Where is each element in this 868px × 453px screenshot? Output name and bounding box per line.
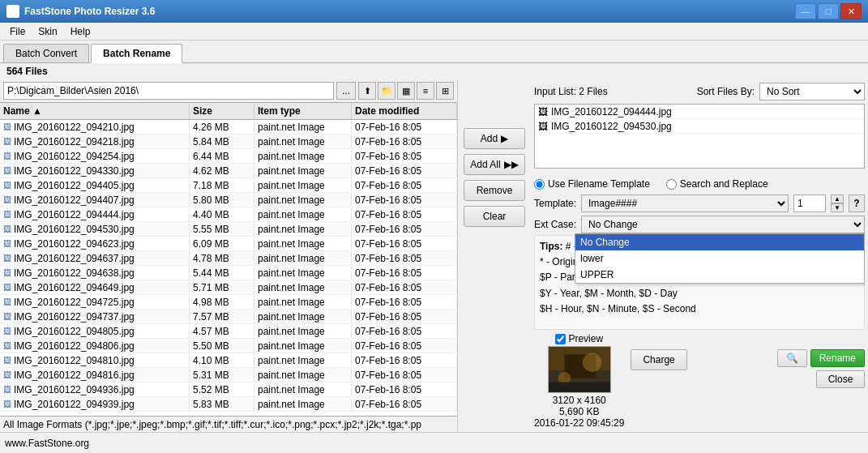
- path-bar: ... ⬆ 📁 ▦ ≡ ⊞: [0, 79, 457, 102]
- file-date: 07-Feb-16 8:05: [352, 194, 457, 207]
- search-icon: 🔍: [786, 353, 798, 364]
- col-size[interactable]: Size: [190, 103, 254, 119]
- file-name: IMG_20160122_094810.jpg: [14, 355, 135, 366]
- template-label: Template:: [534, 198, 576, 209]
- col-type[interactable]: Item type: [254, 103, 352, 119]
- menu-file[interactable]: File: [3, 24, 32, 39]
- file-row[interactable]: 🖼IMG_20160122_094649.jpg 5.71 MB paint.n…: [0, 280, 457, 295]
- file-icon: 🖼: [3, 122, 11, 131]
- input-file-row[interactable]: 🖼IMG_20160122_094530.jpg: [535, 119, 864, 134]
- sort-select[interactable]: No Sort Name Size Date: [759, 83, 865, 100]
- file-list-body[interactable]: 🖼IMG_20160122_094210.jpg 4.26 MB paint.n…: [0, 120, 457, 416]
- file-size: 4.78 MB: [190, 252, 254, 265]
- file-icon: 🖼: [3, 283, 11, 292]
- file-row[interactable]: 🖼IMG_20160122_094218.jpg 5.84 MB paint.n…: [0, 135, 457, 149]
- folder-icon-btn[interactable]: 📁: [378, 82, 396, 100]
- minimize-button[interactable]: —: [795, 3, 816, 19]
- preview-checkbox[interactable]: [555, 334, 566, 344]
- extcase-option-lower[interactable]: lower: [575, 250, 864, 267]
- file-name: IMG_20160122_094725.jpg: [14, 297, 135, 308]
- input-file-name: IMG_20160122_094444.jpg: [551, 106, 672, 118]
- remove-button[interactable]: Remove: [464, 180, 525, 201]
- template-input[interactable]: Image####: [581, 194, 789, 212]
- file-row[interactable]: 🖼IMG_20160122_094806.jpg 5.50 MB paint.n…: [0, 339, 457, 353]
- input-list-header: Input List: 2 Files Sort Files By: No So…: [534, 83, 865, 100]
- preview-checkbox-label[interactable]: Preview: [555, 333, 603, 344]
- file-row[interactable]: 🖼IMG_20160122_094637.jpg 4.78 MB paint.n…: [0, 251, 457, 266]
- file-row[interactable]: 🖼IMG_20160122_094330.jpg 4.62 MB paint.n…: [0, 164, 457, 178]
- clear-button[interactable]: Clear: [464, 206, 525, 227]
- file-date: 07-Feb-16 8:05: [352, 252, 457, 265]
- file-row[interactable]: 🖼IMG_20160122_094737.jpg 7.57 MB paint.n…: [0, 310, 457, 324]
- grid-view-btn[interactable]: ▦: [397, 82, 415, 100]
- file-row[interactable]: 🖼IMG_20160122_094444.jpg 4.40 MB paint.n…: [0, 207, 457, 222]
- svg-rect-5: [549, 382, 610, 393]
- close-button[interactable]: Close: [816, 370, 865, 388]
- file-row[interactable]: 🖼IMG_20160122_094805.jpg 4.57 MB paint.n…: [0, 324, 457, 339]
- file-row[interactable]: 🖼IMG_20160122_094210.jpg 4.26 MB paint.n…: [0, 120, 457, 135]
- file-row[interactable]: 🖼IMG_20160122_094939.jpg 5.83 MB paint.n…: [0, 397, 457, 412]
- file-row[interactable]: 🖼IMG_20160122_094810.jpg 4.10 MB paint.n…: [0, 353, 457, 368]
- add-button[interactable]: Add ▶: [464, 128, 525, 149]
- file-row[interactable]: 🖼IMG_20160122_094530.jpg 5.55 MB paint.n…: [0, 222, 457, 237]
- path-input[interactable]: [3, 82, 334, 100]
- extcase-option-nochange[interactable]: No Change: [575, 234, 864, 250]
- search-button[interactable]: 🔍: [777, 349, 807, 367]
- tab-batch-rename[interactable]: Batch Rename: [91, 44, 182, 63]
- file-row[interactable]: 🖼IMG_20160122_094725.jpg 4.98 MB paint.n…: [0, 295, 457, 310]
- col-name[interactable]: Name ▲: [0, 103, 190, 119]
- window-title: FastStone Photo Resizer 3.6: [24, 6, 795, 17]
- input-file-row[interactable]: 🖼IMG_20160122_094444.jpg: [535, 105, 864, 119]
- middle-buttons-panel: Add ▶ Add All ▶▶ Remove Clear: [458, 79, 531, 432]
- file-row[interactable]: 🖼IMG_20160122_094638.jpg 5.44 MB paint.n…: [0, 266, 457, 280]
- radio-use-template-label[interactable]: Use Filename Template: [534, 178, 650, 190]
- rename-button[interactable]: Rename: [810, 349, 865, 367]
- radio-search-replace[interactable]: [666, 179, 677, 190]
- help-button[interactable]: ?: [849, 194, 865, 212]
- add-all-button[interactable]: Add All ▶▶: [464, 154, 525, 175]
- extcase-option-upper[interactable]: UPPER: [575, 267, 864, 283]
- menu-skin[interactable]: Skin: [32, 24, 63, 39]
- file-size: 6.44 MB: [190, 150, 254, 163]
- file-date: 07-Feb-16 8:05: [352, 237, 457, 250]
- tab-batch-convert[interactable]: Batch Convert: [3, 44, 89, 62]
- list-view-btn[interactable]: ≡: [417, 82, 434, 100]
- spin-down-button[interactable]: ▼: [831, 203, 844, 212]
- file-type: paint.net Image: [254, 135, 352, 148]
- file-icon: 🖼: [3, 239, 11, 248]
- radio-search-replace-label[interactable]: Search and Replace: [666, 178, 768, 190]
- close-button[interactable]: ✕: [840, 3, 862, 19]
- template-num-input[interactable]: [793, 194, 826, 212]
- charge-button[interactable]: Charge: [631, 349, 686, 370]
- folder-up-icon-btn[interactable]: ⬆: [358, 82, 376, 100]
- browse-button[interactable]: ...: [336, 82, 356, 100]
- file-date: 07-Feb-16 8:05: [352, 165, 457, 177]
- input-file-list[interactable]: 🖼IMG_20160122_094444.jpg🖼IMG_20160122_09…: [534, 104, 865, 169]
- file-row[interactable]: 🖼IMG_20160122_094254.jpg 6.44 MB paint.n…: [0, 149, 457, 164]
- menu-help[interactable]: Help: [64, 24, 97, 39]
- detail-view-btn[interactable]: ⊞: [436, 82, 454, 100]
- file-type: paint.net Image: [254, 194, 352, 207]
- file-size: 4.10 MB: [190, 354, 254, 367]
- input-file-name: IMG_20160122_094530.jpg: [551, 121, 672, 132]
- file-row[interactable]: 🖼IMG_20160122_094405.jpg 7.18 MB paint.n…: [0, 178, 457, 193]
- file-row[interactable]: 🖼IMG_20160122_094407.jpg 5.80 MB paint.n…: [0, 193, 457, 207]
- path-icon-group: ⬆ 📁 ▦ ≡ ⊞: [358, 82, 454, 100]
- file-list-header: Name ▲ Size Item type Date modified: [0, 102, 457, 120]
- extcase-select[interactable]: No Change lower UPPER: [581, 216, 865, 233]
- extcase-dropdown[interactable]: No Change lower UPPER: [575, 233, 865, 284]
- file-type: paint.net Image: [254, 223, 352, 236]
- spin-up-button[interactable]: ▲: [831, 194, 844, 203]
- radio-use-template[interactable]: [534, 179, 545, 190]
- file-name: IMG_20160122_094737.jpg: [14, 311, 135, 323]
- file-row[interactable]: 🖼IMG_20160122_094816.jpg 5.31 MB paint.n…: [0, 368, 457, 382]
- file-name: IMG_20160122_094638.jpg: [14, 267, 135, 279]
- col-date[interactable]: Date modified: [352, 103, 457, 119]
- file-row[interactable]: 🖼IMG_20160122_094623.jpg 6.09 MB paint.n…: [0, 237, 457, 251]
- file-icon: 🖼: [3, 152, 11, 160]
- file-row[interactable]: 🖼IMG_20160122_094936.jpg 5.52 MB paint.n…: [0, 382, 457, 397]
- action-buttons: 🔍 Rename Close: [694, 333, 865, 388]
- maximize-button[interactable]: □: [818, 3, 839, 19]
- preview-label: Preview: [568, 333, 603, 344]
- tips-line-4: $Y - Year, $M - Month, $D - Day: [540, 288, 678, 299]
